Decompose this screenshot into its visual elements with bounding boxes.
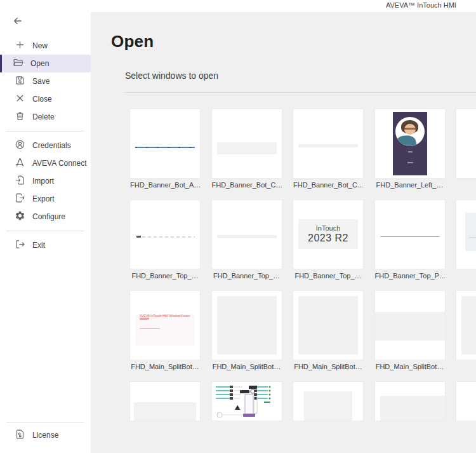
- grid-row: FHD_Banner_Top_…FHD_Banner_Top_…InTouch2…: [130, 200, 476, 291]
- window-thumbnail[interactable]: [212, 109, 282, 178]
- banner-blue-line: [135, 147, 195, 148]
- window-item: InTouch2023 R2FHD_Banner_Top_…: [293, 200, 363, 280]
- window-item: REACTOR: [456, 382, 476, 421]
- window-thumbnail[interactable]: [375, 109, 445, 178]
- window-thumbnail[interactable]: [375, 291, 445, 360]
- back-button[interactable]: [12, 15, 23, 27]
- sidebar-item-configure[interactable]: Configure: [0, 208, 91, 226]
- window-thumbnail[interactable]: AVEVA InTouch HMI WindowViewer: [130, 291, 200, 360]
- window-thumbnail[interactable]: [130, 109, 200, 178]
- window-item: FHD_Banner_Bot_C…: [293, 109, 363, 189]
- window-label: FHD_…: [456, 181, 476, 189]
- window-thumbnail[interactable]: InTouch2023 R2: [293, 200, 363, 269]
- sidebar-item-aveva-connect[interactable]: AVEVA Connect: [0, 154, 91, 172]
- window-label: FHD_Banner_Bot_C…: [212, 181, 282, 189]
- sidebar-item-close[interactable]: Close: [0, 90, 91, 108]
- section-divider: [124, 92, 476, 93]
- sidebar-item-label: Close: [32, 95, 52, 104]
- gray-square: [461, 296, 476, 355]
- main-content: Open Select windows to open FHD_Banner_B…: [91, 12, 476, 453]
- window-thumbnail[interactable]: [130, 200, 200, 269]
- window-label: FHD_Banner_Top_…: [212, 272, 282, 280]
- grid-row: FHD_Banner_Bot_A…FHD_Banner_Bot_C…FHD_Ba…: [130, 109, 476, 200]
- window-item: FHD_…: [456, 291, 476, 371]
- window-item: FHD_Banner_Top_…: [212, 200, 282, 280]
- window-item: [130, 382, 200, 421]
- windowviewer-panel: AVEVA InTouch HMI WindowViewer: [135, 314, 195, 346]
- window-item: FHD_Banner_Bot_A…: [130, 109, 200, 189]
- window-thumbnail[interactable]: [293, 382, 363, 421]
- sidebar-item-save[interactable]: Save: [0, 72, 91, 90]
- window-thumbnail[interactable]: [375, 382, 445, 421]
- window-thumbnail[interactable]: [375, 200, 445, 269]
- window-item: FHD_Banner_Top_…: [130, 200, 200, 280]
- window-thumbnail[interactable]: [212, 200, 282, 269]
- import-icon: [15, 175, 25, 188]
- window-label: FHD_Banner_Bot_C…: [293, 181, 363, 189]
- sidebar-item-label: Open: [30, 59, 49, 68]
- window-label: FHD_Main_SplitBot…: [212, 363, 282, 371]
- window-label: FHD_Banner_Top_P…: [375, 272, 445, 280]
- sidebar-item-credentials[interactable]: Credentials: [0, 137, 91, 154]
- intouch-version-box: InTouch2023 R2: [298, 219, 358, 249]
- sidebar-item-label: New: [32, 41, 48, 50]
- save-icon: [15, 75, 25, 88]
- gray-square: [217, 296, 277, 355]
- grid-row: REACTOR: [130, 382, 476, 431]
- sidebar-item-delete[interactable]: Delete: [0, 108, 91, 126]
- window-label: FHD_…: [456, 363, 476, 371]
- banner-thin-band: [217, 235, 277, 238]
- sidebar-item-label: Exit: [32, 241, 45, 250]
- sidebar-item-open[interactable]: Open: [0, 55, 91, 72]
- sidebar-divider: [6, 131, 84, 132]
- windows-grid: FHD_Banner_Bot_A…FHD_Banner_Bot_C…FHD_Ba…: [130, 109, 476, 431]
- sidebar-item-new[interactable]: New: [0, 37, 91, 55]
- gray-wide-band: [380, 396, 445, 421]
- window-thumbnail[interactable]: [130, 382, 200, 421]
- list-panel: [465, 213, 476, 251]
- window-item: FHD_Banner_Bot_C…: [212, 109, 282, 189]
- window-thumbnail[interactable]: [293, 109, 363, 178]
- sidebar-item-label: AVEVA Connect: [32, 159, 87, 168]
- window-thumbnail[interactable]: [456, 200, 476, 269]
- sidebar-divider: [6, 422, 84, 423]
- sidebar-item-export[interactable]: Export: [0, 190, 91, 208]
- license-icon: [15, 429, 25, 442]
- window-item: FHD_Main_SplitBot…: [375, 291, 445, 371]
- gray-bottom-half: [134, 402, 196, 421]
- window-item: FHD_Main_SplitBot…: [293, 291, 363, 371]
- window-item: [375, 382, 445, 421]
- window-thumbnail[interactable]: REACTOR: [456, 382, 476, 421]
- window-label: FHD_Banner_Left_…: [375, 181, 445, 189]
- window-item: AVEVA InTouch HMI WindowViewerFHD_Main_S…: [130, 291, 200, 371]
- window-label: FHD_Banner_Bot_A…: [130, 181, 200, 189]
- window-label: FHD_Banner_Top_…: [293, 272, 363, 280]
- sidebar-item-exit[interactable]: Exit: [0, 236, 91, 254]
- sidebar-divider: [6, 231, 84, 231]
- sidebar-item-label: Configure: [32, 212, 65, 221]
- page-title: Open: [111, 32, 154, 51]
- window-thumbnail[interactable]: [456, 109, 476, 178]
- sidebar-item-label: License: [32, 431, 58, 440]
- sidebar: New Open Save Close Delete Credentials A…: [0, 0, 91, 453]
- export-icon: [15, 193, 25, 206]
- exit-icon: [15, 239, 25, 252]
- close-icon: [15, 93, 25, 106]
- page-subtitle: Select windows to open: [125, 71, 218, 81]
- window-thumbnail[interactable]: [456, 291, 476, 360]
- sidebar-item-import[interactable]: Import: [0, 172, 91, 190]
- window-thumbnail[interactable]: [212, 382, 282, 421]
- window-label: FHD_Banner_Top_…: [130, 272, 200, 280]
- sidebar-item-license[interactable]: License: [0, 426, 91, 444]
- sidebar-item-label: Delete: [32, 112, 55, 121]
- trash-icon: [15, 111, 25, 124]
- window-thumbnail[interactable]: [212, 291, 282, 360]
- window-titlebar: AVEVA™ InTouch HMI: [0, 0, 476, 12]
- gray-center-column: [304, 391, 352, 421]
- window-item: FHD_Main_SplitBot…: [212, 291, 282, 371]
- arrow-left-icon: [12, 18, 23, 29]
- banner-thin-band: [298, 144, 358, 147]
- aveva-a-icon: [15, 157, 25, 170]
- app-title: AVEVA™ InTouch HMI: [386, 1, 456, 9]
- window-thumbnail[interactable]: [293, 291, 363, 360]
